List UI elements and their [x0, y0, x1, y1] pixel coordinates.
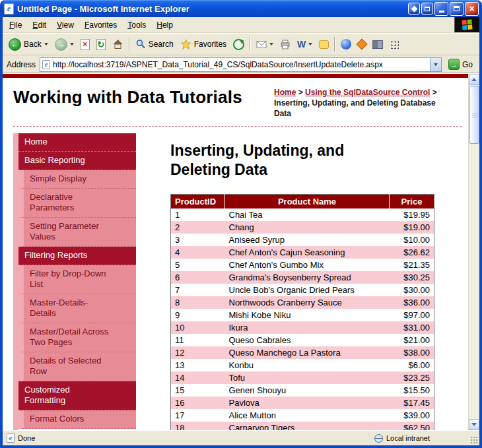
- titlebar[interactable]: e Untitled Page - Microsoft Internet Exp…: [0, 0, 482, 17]
- product-cell: $15.50: [390, 384, 434, 397]
- vertical-scrollbar[interactable]: [468, 74, 479, 430]
- close-button[interactable]: ×: [465, 2, 479, 16]
- maximize-icon: [454, 6, 460, 11]
- sidebar-item-customized-formatting[interactable]: Customized Formatting: [18, 381, 136, 410]
- back-icon: ←: [9, 38, 21, 51]
- go-button[interactable]: → Go: [446, 59, 475, 70]
- product-cell: Aniseed Syrup: [225, 234, 390, 246]
- home-button[interactable]: [109, 37, 127, 51]
- address-input[interactable]: e http://localhost:3719/ASPNET_Data_Tuto…: [40, 57, 442, 72]
- scrollbar-thumb[interactable]: [469, 86, 479, 144]
- product-cell: $31.00: [390, 321, 434, 334]
- mail-button[interactable]: [253, 38, 277, 51]
- favorites-button[interactable]: Favorites: [177, 37, 230, 51]
- product-cell: 15: [171, 384, 225, 397]
- refresh-button[interactable]: ↻: [93, 37, 109, 52]
- forward-button[interactable]: →: [52, 36, 77, 53]
- maximize-button[interactable]: [450, 2, 464, 16]
- menu-view[interactable]: View: [52, 18, 79, 32]
- print-button[interactable]: [277, 38, 294, 51]
- titlebar-extra-button-1[interactable]: [408, 3, 420, 15]
- discuss-button[interactable]: [316, 38, 332, 51]
- menu-file[interactable]: File: [4, 18, 27, 32]
- resize-grip[interactable]: [469, 431, 479, 445]
- content-columns: HomeBasic ReportingSimple DisplayDeclara…: [13, 133, 462, 430]
- product-cell: $10.00: [390, 234, 434, 246]
- buildings-button[interactable]: [369, 38, 386, 51]
- minimize-icon: [439, 11, 444, 13]
- product-cell: Chef Anton's Cajun Seasoning: [225, 246, 390, 259]
- product-cell: 8: [171, 296, 225, 309]
- diamond-icon: [411, 5, 417, 12]
- menu-edit[interactable]: Edit: [27, 18, 52, 32]
- address-dropdown-button[interactable]: [430, 58, 441, 71]
- product-cell: 2: [171, 221, 225, 234]
- mail-icon: [256, 40, 267, 49]
- product-cell: Genen Shouyu: [225, 384, 390, 397]
- scroll-down-button[interactable]: [469, 419, 479, 430]
- minimize-button[interactable]: [434, 2, 448, 16]
- toolbar-separator: [334, 37, 335, 51]
- breadcrumb-link-section[interactable]: Using the SqlDataSource Control: [305, 88, 430, 97]
- titlebar-buttons: ×: [408, 2, 479, 16]
- breadcrumb-current: Inserting, Updating, and Deleting Databa…: [274, 98, 436, 118]
- status-section-zone: Local intranet: [370, 431, 469, 445]
- product-row: 2Chang$19.00: [171, 221, 434, 234]
- product-row: 17Alice Mutton$39.00: [171, 409, 434, 422]
- sidebar-item-home[interactable]: Home: [18, 133, 136, 152]
- product-cell: Chef Anton's Gumbo Mix: [225, 259, 390, 271]
- web-page: Working with Data Tutorials Home > Using…: [3, 74, 468, 430]
- product-cell: $39.00: [390, 409, 434, 422]
- page-content: Working with Data Tutorials Home > Using…: [3, 78, 468, 430]
- window-title: Untitled Page - Microsoft Internet Explo…: [17, 4, 405, 14]
- sidebar-item-simple-display[interactable]: Simple Display: [18, 170, 136, 189]
- sidebar-item-filter-by-drop-down-list[interactable]: Filter by Drop-Down List: [18, 265, 136, 294]
- address-url-text: http://localhost:3719/ASPNET_Data_Tutori…: [53, 60, 427, 69]
- sidebar-item-master-details-details[interactable]: Master-Details-Details: [18, 294, 136, 323]
- research-button[interactable]: [355, 38, 369, 50]
- page-header: Working with Data Tutorials Home > Using…: [13, 83, 462, 123]
- product-row: 13Konbu$6.00: [171, 359, 434, 371]
- window-icon: [425, 7, 430, 11]
- grid-button[interactable]: [386, 38, 402, 51]
- sidebar-item-basic-reporting[interactable]: Basic Reporting: [18, 152, 136, 170]
- product-cell: Uncle Bob's Organic Dried Pears: [225, 284, 390, 296]
- sidebar-item-format-colors[interactable]: Format Colors: [18, 410, 136, 429]
- breadcrumb-link-home[interactable]: Home: [274, 88, 296, 97]
- scroll-up-button[interactable]: [469, 74, 479, 85]
- header-row: ProductID Product Name Price: [171, 195, 434, 209]
- print-icon: [280, 40, 291, 49]
- sidebar-item-declarative-parameters[interactable]: Declarative Parameters: [18, 189, 136, 218]
- messenger-button[interactable]: [337, 37, 355, 51]
- page-title: Inserting, Updating, and Deleting Data: [170, 141, 398, 179]
- history-button[interactable]: [230, 37, 248, 52]
- product-cell: $17.45: [390, 397, 434, 409]
- product-cell: 5: [171, 259, 225, 271]
- product-cell: 9: [171, 309, 225, 321]
- sidebar-item-setting-parameter-values[interactable]: Setting Parameter Values: [18, 218, 136, 247]
- menu-favorites[interactable]: Favorites: [79, 18, 122, 32]
- sidebar-item-master-detail-across-two-pages[interactable]: Master/Detail Across Two Pages: [18, 323, 136, 352]
- refresh-icon: ↻: [96, 39, 106, 50]
- header-divider: [13, 126, 462, 127]
- product-cell: $21.35: [390, 259, 434, 271]
- product-cell: 4: [171, 246, 225, 259]
- sidebar-item-filtering-reports[interactable]: Filtering Reports: [18, 247, 136, 265]
- stop-button[interactable]: ×: [77, 37, 93, 52]
- search-button[interactable]: Search: [132, 37, 177, 51]
- word-edit-icon: W: [297, 40, 306, 49]
- browser-viewport: Working with Data Tutorials Home > Using…: [3, 74, 479, 430]
- product-row: 16Pavlova$17.45: [171, 397, 434, 409]
- messenger-icon: [341, 39, 351, 49]
- sidebar-item-details-of-selected-row[interactable]: Details of Selected Row: [18, 352, 136, 381]
- search-icon: [135, 39, 146, 49]
- product-cell: $30.00: [390, 284, 434, 296]
- back-button[interactable]: ← Back: [5, 36, 52, 53]
- product-cell: 11: [171, 334, 225, 346]
- menu-tools[interactable]: Tools: [122, 18, 151, 32]
- titlebar-extra-button-2[interactable]: [421, 3, 433, 15]
- go-label: Go: [462, 60, 473, 69]
- scrollbar-track[interactable]: [469, 85, 479, 419]
- edit-with-word-button[interactable]: W: [294, 38, 316, 51]
- menu-help[interactable]: Help: [151, 18, 178, 32]
